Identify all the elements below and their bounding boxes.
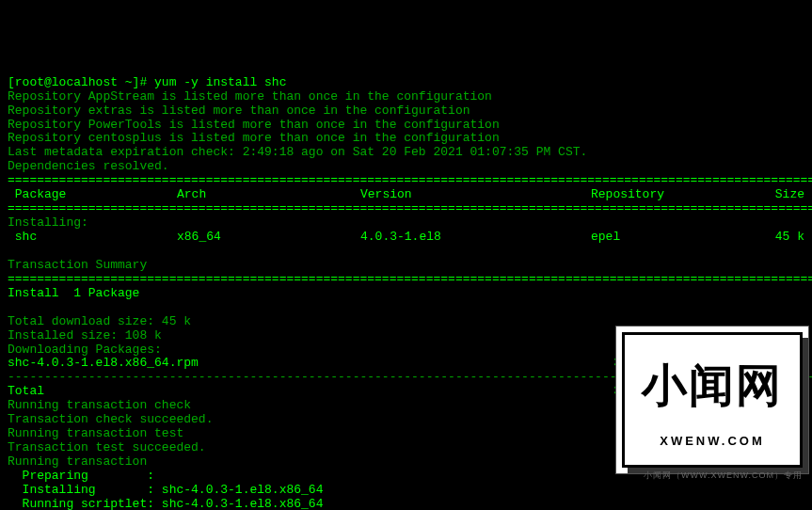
repo-warning: Repository centosplus is listed more tha… — [8, 131, 500, 145]
table-row: shcx86_644.0.3-1.el8epel45 k — [8, 231, 804, 245]
watermark-badge: 小闻网 XWENW.COM — [622, 332, 803, 468]
repo-warning: Repository extras is listed more than on… — [8, 104, 470, 118]
col-package: Package — [8, 188, 177, 202]
command-text: yum -y install shc — [154, 75, 286, 89]
action-row: Installing : shc-4.0.3-1.el8.x86_64 — [8, 483, 323, 497]
separator-double: ========================================… — [8, 201, 812, 215]
col-arch: Arch — [177, 188, 360, 202]
col-version: Version — [360, 188, 591, 202]
repo-warning: Repository PowerTools is listed more tha… — [8, 118, 500, 132]
watermark-cn: 小闻网 — [642, 363, 783, 408]
installed-size: Installed size: 108 k — [8, 328, 162, 343]
tx-step: Running transaction check — [8, 398, 191, 412]
repo-warning: Repository AppStream is listed more than… — [8, 89, 492, 104]
action-row: Running scriptlet: shc-4.0.3-1.el8.x86_6… — [8, 497, 323, 510]
deps-resolved: Dependencies resolved. — [8, 159, 169, 173]
tx-summary-label: Transaction Summary — [8, 258, 147, 272]
separator-double: ========================================… — [8, 173, 812, 187]
action-row: Preparing : — [8, 469, 154, 483]
tx-step: Transaction test succeeded. — [8, 440, 206, 454]
tx-step: Transaction check succeeded. — [8, 412, 213, 426]
section-installing: Installing: — [8, 215, 88, 230]
table-header-row: PackageArchVersionRepositorySize — [8, 188, 804, 202]
watermark-en: XWENW.COM — [642, 435, 783, 447]
install-count: Install 1 Package — [8, 286, 139, 300]
separator-double: ========================================… — [8, 272, 812, 286]
total-download-size: Total download size: 45 k — [8, 314, 191, 328]
tx-step: Running transaction test — [8, 426, 183, 440]
col-size: Size — [746, 188, 804, 202]
watermark-tag: 小闻网（WWW.XWENW.COM）专用 — [644, 470, 803, 480]
downloading-label: Downloading Packages: — [8, 343, 162, 357]
shell-prompt: [root@localhost ~]# yum -y install shc — [8, 75, 286, 89]
metadata-line: Last metadata expiration check: 2:49:18 … — [8, 145, 587, 159]
col-repo: Repository — [591, 188, 746, 202]
tx-step: Running transaction — [8, 454, 147, 469]
